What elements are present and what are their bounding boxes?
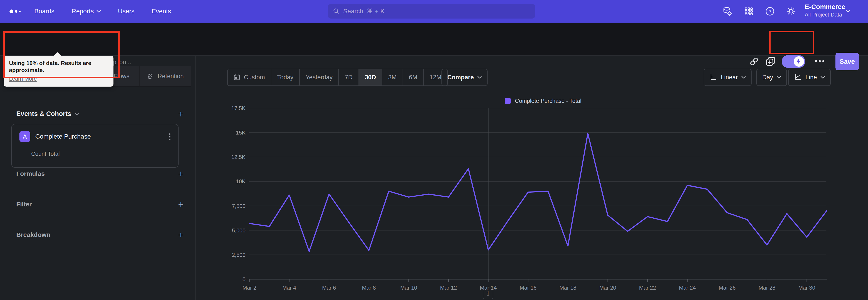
svg-text:10K: 10K <box>236 178 246 184</box>
report-toolbar: Untitled Sampled + Add description... Sa… <box>0 23 868 56</box>
svg-text:?: ? <box>769 9 771 14</box>
tooltip-caret <box>54 52 61 56</box>
svg-text:15K: 15K <box>236 129 246 136</box>
learn-more-link[interactable]: Learn More <box>9 76 37 82</box>
page-indicator[interactable]: 1 <box>483 288 493 299</box>
help-icon[interactable]: ? <box>765 6 775 17</box>
svg-text:Mar 22: Mar 22 <box>639 284 656 291</box>
data-management-icon[interactable] <box>722 6 733 17</box>
add-breakdown-button[interactable]: + <box>176 230 186 240</box>
project-name: E-Commerce <box>805 3 845 11</box>
svg-text:Mar 24: Mar 24 <box>679 284 696 291</box>
svg-text:Mar 28: Mar 28 <box>758 284 776 291</box>
svg-text:Mar 10: Mar 10 <box>400 284 417 291</box>
svg-text:0: 0 <box>243 276 246 282</box>
chevron-down-icon <box>96 10 101 13</box>
nav-links: Boards Reports Users Events <box>34 0 171 23</box>
svg-text:Mar 26: Mar 26 <box>719 284 736 291</box>
apps-grid-icon[interactable] <box>743 6 754 17</box>
svg-text:Mar 6: Mar 6 <box>322 284 336 291</box>
svg-text:12.5K: 12.5K <box>231 154 246 160</box>
svg-text:7,500: 7,500 <box>232 203 246 209</box>
add-formula-button[interactable]: + <box>176 169 186 179</box>
svg-text:17.5K: 17.5K <box>231 105 246 111</box>
project-selector[interactable]: E-Commerce All Project Data <box>805 3 845 18</box>
svg-text:Mar 18: Mar 18 <box>559 284 577 291</box>
kebab-menu-icon[interactable] <box>167 131 172 142</box>
line-chart[interactable]: 02,5005,0007,50010K12.5K15K17.5KMar 2Mar… <box>195 55 868 300</box>
svg-text:Mar 12: Mar 12 <box>440 284 457 291</box>
svg-text:Mar 2: Mar 2 <box>243 284 256 291</box>
global-search[interactable] <box>328 4 535 19</box>
nav-item-users[interactable]: Users <box>118 8 134 15</box>
events-cohorts-header[interactable]: Events & Cohorts <box>16 110 79 118</box>
svg-text:5,000: 5,000 <box>232 228 246 234</box>
svg-text:Mar 16: Mar 16 <box>520 284 537 291</box>
nav-item-boards[interactable]: Boards <box>34 8 55 15</box>
event-name: Complete Purchase <box>35 133 91 140</box>
tab-retention[interactable]: Retention <box>140 66 191 87</box>
tooltip-message: Using 10% of data. Results are approxima… <box>9 60 108 74</box>
retention-icon <box>147 73 154 80</box>
svg-text:Mar 20: Mar 20 <box>599 284 616 291</box>
mixpanel-logo-icon[interactable] <box>9 0 21 23</box>
svg-text:Mar 30: Mar 30 <box>798 284 815 291</box>
settings-gear-icon[interactable] <box>786 6 797 17</box>
project-scope: All Project Data <box>805 11 845 18</box>
svg-text:Mar 8: Mar 8 <box>362 284 376 291</box>
svg-text:Mar 4: Mar 4 <box>282 284 296 291</box>
top-nav: Boards Reports Users Events <box>0 0 868 23</box>
nav-item-reports[interactable]: Reports <box>72 8 101 15</box>
sampling-tooltip: Using 10% of data. Results are approxima… <box>4 56 114 87</box>
section-formulas: Formulas <box>16 170 45 177</box>
nav-item-events[interactable]: Events <box>152 8 171 15</box>
svg-text:2,500: 2,500 <box>232 252 246 258</box>
chevron-down-icon <box>75 113 79 115</box>
search-input[interactable] <box>343 8 530 15</box>
section-filter: Filter <box>16 201 32 208</box>
section-breakdown: Breakdown <box>16 231 51 239</box>
event-letter-badge: A <box>20 131 30 142</box>
event-metric[interactable]: Count Total <box>31 151 60 157</box>
search-icon <box>333 8 340 15</box>
add-filter-button[interactable]: + <box>176 200 186 210</box>
chevron-down-icon <box>846 10 850 13</box>
add-event-button[interactable]: + <box>176 109 186 119</box>
event-card[interactable]: A Complete Purchase Count Total <box>11 124 179 168</box>
